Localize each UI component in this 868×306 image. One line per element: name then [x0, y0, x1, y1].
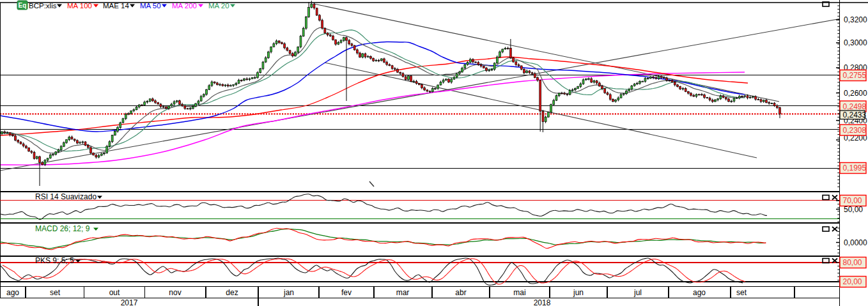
svg-text:0,1995: 0,1995	[843, 164, 867, 172]
svg-text:ago: ago	[6, 288, 19, 297]
svg-text:MACD 26; 12; 9: MACD 26; 12; 9	[35, 224, 90, 233]
svg-text:mar: mar	[396, 288, 410, 297]
svg-text:MA 20: MA 20	[208, 2, 229, 10]
svg-text:MA 100: MA 100	[67, 2, 92, 10]
svg-text:70,00: 70,00	[843, 196, 862, 205]
svg-text:jun: jun	[573, 288, 584, 297]
svg-text:jul: jul	[633, 288, 642, 297]
svg-text:MA 50: MA 50	[140, 2, 161, 10]
svg-text:BCP:xlis: BCP:xlis	[29, 2, 57, 10]
svg-text:RSI 14 Suavizado: RSI 14 Suavizado	[35, 192, 97, 201]
svg-text:80,00: 80,00	[843, 258, 862, 267]
svg-text:abr: abr	[455, 288, 466, 297]
svg-text:0,2433: 0,2433	[843, 111, 867, 119]
svg-text:jan: jan	[283, 288, 294, 297]
svg-text:fev: fev	[341, 288, 352, 297]
svg-text:Eq: Eq	[19, 2, 27, 9]
svg-text:0,0000: 0,0000	[844, 238, 867, 247]
svg-text:2017: 2017	[121, 298, 138, 306]
svg-text:0,2755: 0,2755	[843, 71, 867, 80]
svg-text:MAE 14: MAE 14	[103, 2, 130, 10]
svg-text:ago: ago	[693, 288, 706, 297]
svg-text:20,00: 20,00	[843, 277, 862, 286]
svg-text:nov: nov	[169, 288, 181, 297]
svg-text:0,3200: 0,3200	[844, 15, 867, 24]
svg-text:out: out	[109, 288, 120, 297]
svg-text:0,2498: 0,2498	[843, 102, 867, 111]
svg-text:dez: dez	[226, 288, 238, 297]
svg-text:0,2600: 0,2600	[844, 89, 867, 98]
svg-text:set: set	[736, 288, 747, 297]
svg-text:MA 200: MA 200	[172, 2, 197, 10]
svg-text:0,3000: 0,3000	[844, 38, 867, 47]
svg-text:mai: mai	[513, 288, 525, 297]
svg-text:2018: 2018	[534, 298, 551, 306]
svg-text:PKS 9; 5; 5: PKS 9; 5; 5	[35, 256, 74, 265]
svg-text:set: set	[50, 288, 61, 297]
svg-text:0,2308: 0,2308	[843, 126, 867, 135]
